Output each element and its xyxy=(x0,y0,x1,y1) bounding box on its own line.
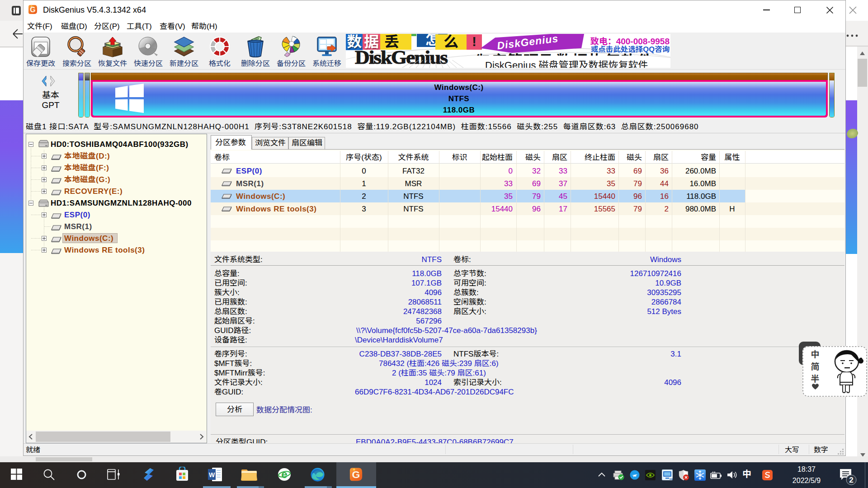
svg-text:G: G xyxy=(352,469,360,480)
svg-text:e: e xyxy=(281,468,287,480)
svg-text:W: W xyxy=(209,471,215,479)
svg-text:2: 2 xyxy=(849,476,853,484)
svg-text:G: G xyxy=(30,6,35,14)
svg-text:intel: intel xyxy=(670,478,673,480)
